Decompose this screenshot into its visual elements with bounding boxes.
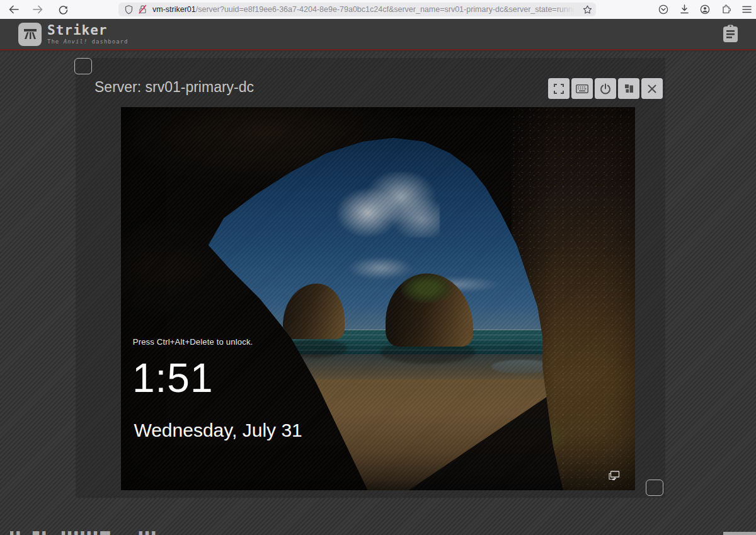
pocket-icon[interactable]: [658, 4, 669, 15]
shield-icon[interactable]: [125, 5, 133, 14]
close-console-button[interactable]: [641, 78, 663, 99]
vm-console-screen[interactable]: Press Ctrl+Alt+Delete to unlock. 1:51 We…: [121, 107, 635, 490]
page-background: Server: srv01-primary-dc: [0, 52, 756, 535]
browser-toolbar: vm-striker01/server?uuid=e8f19ee6-36a7-4…: [0, 0, 756, 19]
url-path: /server?uuid=e8f19ee6-36a7-4204-8e9e-79a…: [196, 5, 579, 14]
keyboard-button[interactable]: [571, 78, 593, 99]
anvil-icon: [22, 26, 38, 42]
fullscreen-button[interactable]: [548, 78, 570, 99]
unlock-message: Press Ctrl+Alt+Delete to unlock.: [133, 337, 253, 347]
insecure-lock-icon[interactable]: [138, 4, 147, 14]
url-fade: [555, 3, 580, 16]
lockscreen-date: Wednesday, July 31: [134, 420, 302, 441]
layout-grid-icon: [624, 83, 634, 94]
tagline-brand: Anvil!: [64, 38, 88, 45]
close-icon: [647, 84, 657, 94]
downloads-icon[interactable]: [679, 4, 690, 15]
forward-arrow-icon: [33, 5, 43, 14]
fullscreen-icon: [553, 83, 564, 95]
power-button[interactable]: [595, 78, 616, 99]
app-header: Striker The Anvil! dashboard: [0, 19, 756, 50]
browser-action-icons: [658, 0, 752, 19]
tasks-clipboard-icon[interactable]: [723, 25, 738, 45]
clipped-footer-element: [723, 532, 756, 535]
app-name: Striker: [47, 24, 128, 37]
server-panel: Server: srv01-primary-dc: [76, 58, 665, 498]
keyboard-icon: [576, 84, 588, 93]
lockscreen-time: 1:51: [132, 358, 214, 398]
clipped-footer-glyphs: ▌▌ ▐▌▌ ▄▌▌▌▌▌▌▛▌▖ ▗ ▌▌▌▖ ▄: [10, 531, 275, 535]
page: vm-striker01/server?uuid=e8f19ee6-36a7-4…: [0, 0, 756, 535]
striker-logo[interactable]: [18, 23, 42, 46]
bookmark-star-icon[interactable]: [583, 5, 592, 14]
url-host: vm-striker01: [152, 5, 196, 14]
app-tagline: The Anvil! dashboard: [47, 38, 128, 45]
reload-icon: [59, 5, 68, 14]
tagline-prefix: The: [47, 38, 64, 45]
browser-back-button[interactable]: [5, 2, 23, 17]
menu-icon[interactable]: [741, 4, 752, 15]
header-actions: [723, 19, 738, 50]
panel-corner-handle-bottom-right[interactable]: [646, 480, 663, 496]
clipped-footer-text: ▌▌ ▐▌▌ ▄▌▌▌▌▌▌▛▌▖ ▗ ▌▌▌▖ ▄: [10, 531, 275, 535]
browser-forward-button[interactable]: [29, 2, 47, 17]
account-icon[interactable]: [699, 4, 711, 15]
console-toolbar: [548, 78, 663, 99]
panel-corner-handle-top-left[interactable]: [74, 58, 92, 74]
extensions-icon[interactable]: [720, 4, 731, 15]
server-title: Server: srv01-primary-dc: [94, 79, 254, 96]
address-bar[interactable]: vm-striker01/server?uuid=e8f19ee6-36a7-4…: [118, 3, 596, 16]
display-layout-button[interactable]: [618, 78, 639, 99]
tagline-suffix: dashboard: [88, 38, 128, 45]
url-text[interactable]: vm-striker01/server?uuid=e8f19ee6-36a7-4…: [152, 3, 580, 16]
browser-reload-button[interactable]: [54, 2, 72, 17]
power-icon: [600, 83, 611, 95]
brand-text: Striker The Anvil! dashboard: [47, 24, 128, 45]
network-status-icon: [608, 471, 620, 483]
back-arrow-icon: [9, 5, 19, 14]
